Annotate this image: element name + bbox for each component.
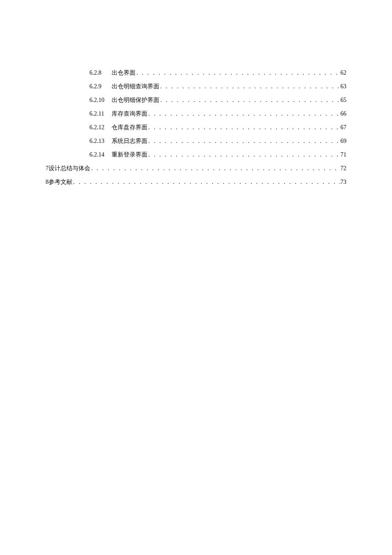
toc-entry-title: 参考文献 (49, 178, 72, 186)
toc-entry-title: 出仓明细保护界面 (112, 96, 159, 104)
toc-entry-page: 65 (340, 97, 346, 104)
toc-entry-title: 重新登录界面 (112, 151, 147, 159)
toc-entry-number: 6.2.14 (89, 151, 112, 158)
toc-leader-dots (147, 124, 340, 131)
toc-leader-dots (147, 151, 340, 158)
toc-entry-page: 69 (340, 138, 346, 145)
toc-entry: 6.2.8出仓界面62 (46, 69, 346, 77)
toc-leader-dots (135, 70, 340, 76)
toc-leader-dots (72, 179, 340, 186)
toc-entry: 6.2.10出仓明细保护界面65 (46, 96, 346, 104)
toc-entry-number: 6.2.12 (89, 124, 112, 131)
toc-entry-title: 仓库盘存界面 (112, 124, 147, 131)
toc-entry: 6.2.11库存查询界面66 (46, 110, 346, 118)
toc-entry-number: 6.2.11 (89, 110, 112, 117)
toc-entry-title: 库存查询界面 (112, 110, 147, 118)
toc-entry-page: 62 (340, 70, 346, 76)
toc-entry-page: 66 (340, 110, 346, 117)
toc-entry: 6.2.14重新登录界面71 (46, 151, 346, 159)
toc-entry: 7 设计总结与体会72 (46, 165, 346, 172)
toc-entry-number: 6.2.8 (89, 70, 112, 76)
toc-entry-title: 系统日志界面 (112, 137, 147, 145)
table-of-contents: 6.2.8出仓界面626.2.9出仓明细查询界面636.2.10出仓明细保护界面… (46, 69, 346, 186)
toc-entry-number: 7 (46, 165, 49, 172)
toc-entry-title: 设计总结与体会 (49, 165, 90, 172)
toc-entry-title: 出仓界面 (112, 69, 135, 77)
toc-entry-page: 73 (340, 179, 346, 186)
toc-entry-number: 6.2.13 (89, 138, 112, 145)
toc-entry-page: 67 (340, 124, 346, 131)
toc-entry: 8 参考文献73 (46, 178, 346, 186)
toc-entry: 6.2.9出仓明细查询界面63 (46, 83, 346, 90)
toc-leader-dots (159, 97, 340, 104)
toc-leader-dots (90, 165, 340, 172)
toc-entry-page: 71 (340, 151, 346, 158)
toc-entry-number: 8 (46, 179, 49, 186)
toc-leader-dots (147, 138, 340, 145)
toc-entry-page: 72 (340, 165, 346, 172)
toc-entry-number: 6.2.9 (89, 83, 112, 90)
toc-entry-page: 63 (340, 83, 346, 90)
toc-leader-dots (159, 83, 340, 90)
toc-entry: 6.2.13系统日志界面69 (46, 137, 346, 145)
toc-entry-number: 6.2.10 (89, 97, 112, 104)
toc-entry-title: 出仓明细查询界面 (112, 83, 159, 90)
toc-leader-dots (147, 110, 340, 117)
toc-entry: 6.2.12仓库盘存界面67 (46, 124, 346, 131)
